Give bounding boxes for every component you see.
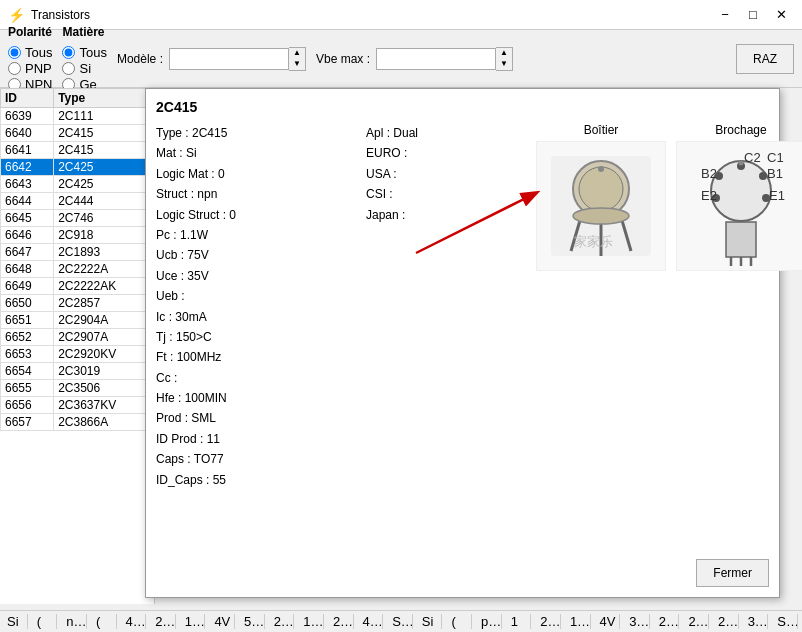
- radio-tous[interactable]: Tous: [8, 45, 52, 60]
- table-row[interactable]: 6648 2C2222A: [1, 261, 154, 278]
- svg-point-7: [573, 208, 629, 224]
- table-body: 6639 2C111 6640 2C415 6641 2C415 6642 2C…: [1, 108, 154, 431]
- cell-id: 6653: [1, 346, 54, 363]
- cell-id: 6654: [1, 363, 54, 380]
- table-row[interactable]: 6639 2C111: [1, 108, 154, 125]
- detail-field: Type : 2C415: [156, 123, 356, 143]
- table-row[interactable]: 6656 2C3637KV: [1, 397, 154, 414]
- vbemax-up-button[interactable]: ▲: [496, 48, 512, 59]
- modele-up-button[interactable]: ▲: [289, 48, 305, 59]
- vbemax-spinner: ▲ ▼: [376, 47, 513, 71]
- detail-fields-left: Type : 2C415Mat : SiLogic Mat : 0Struct …: [156, 123, 356, 490]
- radio-tous-input[interactable]: [8, 46, 21, 59]
- cell-type: 2C2907A: [54, 329, 154, 346]
- detail-panel: 2C415 Type : 2C415Mat : SiLogic Mat : 0S…: [145, 88, 780, 598]
- bottom-cell-12: 2.5: [330, 614, 354, 629]
- fermer-button[interactable]: Fermer: [696, 559, 769, 587]
- titlebar: ⚡ Transistors − □ ✕: [0, 0, 802, 30]
- radio-mat-si[interactable]: Si: [62, 61, 106, 76]
- table-row[interactable]: 6646 2C918: [1, 227, 154, 244]
- detail-field: Ft : 100MHz: [156, 347, 356, 367]
- table-row[interactable]: 6649 2C2222AK: [1, 278, 154, 295]
- vbemax-label: Vbe max :: [316, 52, 370, 66]
- cell-type: 2C2904A: [54, 312, 154, 329]
- radio-mat-tous-input[interactable]: [62, 46, 75, 59]
- table-row[interactable]: 6644 2C444: [1, 193, 154, 210]
- table-row[interactable]: 6654 2C3019: [1, 363, 154, 380]
- table-row[interactable]: 6653 2C2920KV: [1, 346, 154, 363]
- cell-type: 2C2857: [54, 295, 154, 312]
- table-row[interactable]: 6655 2C3506: [1, 380, 154, 397]
- brochage-svg: C2 C1 B2 B1 E2 E1: [681, 146, 801, 266]
- cell-type: 2C415: [54, 125, 154, 142]
- detail-field: Apl : Dual: [366, 123, 526, 143]
- transistor-table: ID Type 6639 2C111 6640 2C415 6641 2C415…: [0, 88, 154, 431]
- table-row[interactable]: 6642 2C425: [1, 159, 154, 176]
- detail-field: Logic Struct : 0: [156, 205, 356, 225]
- detail-field: Cc :: [156, 368, 356, 388]
- bottom-cell-7: 1...: [182, 614, 206, 629]
- bottom-cell-13: 40/200: [360, 614, 384, 629]
- bottom-cell-23: 200>C: [656, 614, 680, 629]
- detail-field: Ueb :: [156, 286, 356, 306]
- radio-pnp-label: PNP: [25, 61, 52, 76]
- radio-mat-tous[interactable]: Tous: [62, 45, 106, 60]
- modele-down-button[interactable]: ▼: [289, 59, 305, 70]
- bottom-cell-3: npn: [63, 614, 87, 629]
- table-row[interactable]: 6647 2C1893: [1, 244, 154, 261]
- cell-type: 2C3637KV: [54, 397, 154, 414]
- app-icon: ⚡: [8, 7, 25, 23]
- modele-input[interactable]: [169, 48, 289, 70]
- table-row[interactable]: 6657 2C3866A: [1, 414, 154, 431]
- detail-field: Tj : 150>C: [156, 327, 356, 347]
- boitier-label: Boîtier: [536, 123, 666, 137]
- bottom-cell-11: 1.6GHz: [300, 614, 324, 629]
- bottom-cell-9: 50mA: [241, 614, 265, 629]
- raz-button[interactable]: RAZ: [736, 44, 794, 74]
- col-type: Type: [54, 89, 154, 108]
- table-row[interactable]: 6643 2C425: [1, 176, 154, 193]
- polarite-radio-group: Tous PNP NPN: [8, 45, 52, 92]
- window-title: Transistors: [31, 8, 712, 22]
- cell-id: 6646: [1, 227, 54, 244]
- content-area: ID Type 6639 2C111 6640 2C415 6641 2C415…: [0, 88, 802, 604]
- svg-text:C1: C1: [767, 150, 784, 165]
- table-row[interactable]: 6651 2C2904A: [1, 312, 154, 329]
- radio-pnp-input[interactable]: [8, 62, 21, 75]
- table-row[interactable]: 6652 2C2907A: [1, 329, 154, 346]
- bottom-cell-25: 2.5: [715, 614, 739, 629]
- table-row[interactable]: 6640 2C415: [1, 125, 154, 142]
- table-row[interactable]: 6645 2C746: [1, 210, 154, 227]
- maximize-button[interactable]: □: [740, 4, 766, 26]
- radio-mat-si-input[interactable]: [62, 62, 75, 75]
- close-button[interactable]: ✕: [768, 4, 794, 26]
- svg-text:C2: C2: [744, 150, 761, 165]
- minimize-button[interactable]: −: [712, 4, 738, 26]
- brochage-section: Brochage C2 C: [676, 123, 802, 490]
- detail-field: ID_Caps : 55: [156, 470, 356, 490]
- vbemax-spinner-btns: ▲ ▼: [496, 47, 513, 71]
- bottom-cell-22: 30mA: [626, 614, 650, 629]
- vbemax-input[interactable]: [376, 48, 496, 70]
- radio-pnp[interactable]: PNP: [8, 61, 52, 76]
- bottom-cell-2: (: [34, 614, 58, 629]
- detail-field: USA :: [366, 164, 526, 184]
- cell-type: 2C3866A: [54, 414, 154, 431]
- table-row[interactable]: 6650 2C2857: [1, 295, 154, 312]
- bottom-cell-10: 200>C: [271, 614, 295, 629]
- boitier-image: 家家乐: [536, 141, 666, 271]
- cell-id: 6650: [1, 295, 54, 312]
- svg-point-17: [739, 161, 744, 166]
- radio-mat-tous-label: Tous: [79, 45, 106, 60]
- bottom-cell-15: Si: [419, 614, 443, 629]
- toolbar: Polarité Tous PNP NPN Matière Tous: [0, 30, 802, 88]
- bottom-cell-26: 30/150: [745, 614, 769, 629]
- bottom-cell-4: (: [93, 614, 117, 629]
- boitier-section: Boîtier: [536, 123, 666, 490]
- vbemax-field: Vbe max : ▲ ▼: [316, 47, 513, 71]
- table-row[interactable]: 6641 2C415: [1, 142, 154, 159]
- vbemax-down-button[interactable]: ▼: [496, 59, 512, 70]
- svg-point-14: [759, 172, 767, 180]
- transistor-table-container[interactable]: ID Type 6639 2C111 6640 2C415 6641 2C415…: [0, 88, 155, 604]
- cell-id: 6644: [1, 193, 54, 210]
